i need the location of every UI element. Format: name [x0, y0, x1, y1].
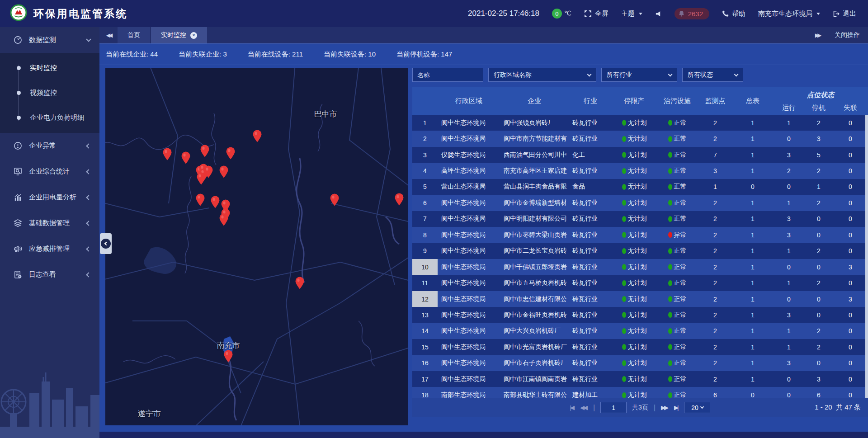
last-page-icon[interactable]: ▶|	[674, 404, 679, 411]
cell-run: 0	[773, 296, 805, 303]
fullscreen-button[interactable]: 全屏	[584, 9, 609, 18]
industry-filter-select[interactable]: 所有行业	[601, 68, 677, 82]
tab-home[interactable]: 首页	[118, 27, 150, 43]
table-row[interactable]: 18南部生态环境局南部县砒华土砖有限公建材加工无计划正常60060	[412, 387, 868, 398]
status-dot-icon	[668, 344, 672, 350]
map-pin-icon[interactable]	[252, 130, 262, 142]
col-lost: 失联	[833, 100, 868, 115]
table-row[interactable]: 10阆中生态环境局阆中千佛镇五郎垭页岩砖瓦行业无计划正常21003	[412, 259, 868, 275]
map-pin-icon[interactable]	[224, 350, 233, 363]
cell-index: 11	[412, 275, 438, 291]
sidebar-subitem[interactable]: 企业电力负荷明细	[0, 105, 99, 130]
map-pin-icon[interactable]	[181, 151, 191, 164]
map-pin-icon[interactable]	[219, 165, 228, 178]
close-tab-icon[interactable]: ✕	[190, 32, 197, 39]
map-pin-icon[interactable]	[394, 193, 404, 206]
page-size-select[interactable]: 20	[684, 402, 710, 413]
cell-lost: 0	[833, 119, 868, 127]
notification-badge[interactable]: 2632	[675, 8, 709, 19]
stat-item: 当前停机设备: 147	[396, 50, 452, 59]
map-collapse-button[interactable]	[100, 233, 112, 254]
org-dropdown[interactable]: 南充市生态环境局	[758, 9, 820, 18]
sidebar-item[interactable]: 日志查看	[0, 262, 99, 287]
brand: 环保用电监管系统	[10, 4, 127, 23]
prev-page-icon[interactable]: ◀◀	[580, 404, 588, 411]
map-pin-icon[interactable]	[219, 213, 228, 226]
first-page-icon[interactable]: |◀	[570, 404, 575, 411]
page-number-input[interactable]	[600, 402, 627, 413]
tabs-scroll-left-icon[interactable]: ◀◀	[99, 27, 118, 43]
cell-production-status: 无计划	[612, 311, 656, 319]
status-dot-icon	[622, 200, 626, 206]
stat-value: 44	[150, 50, 158, 58]
chevron-left-icon	[86, 195, 91, 200]
table-row[interactable]: 9阆中生态环境局阆中市二龙长宝页岩砖砖瓦行业无计划正常21120	[412, 243, 868, 259]
table-row[interactable]: 14阆中生态环境局阆中大兴页岩机砖厂砖瓦行业无计划正常21120	[412, 323, 868, 339]
table-row[interactable]: 11阆中生态环境局阆中市五马桥页岩机砖砖瓦行业无计划正常21120	[412, 275, 868, 291]
status-dot-icon	[622, 136, 626, 142]
cell-index: 13	[412, 307, 438, 323]
cell-total-meters: 1	[732, 231, 773, 239]
sidebar-subitem[interactable]: 视频监控	[0, 80, 99, 105]
sidebar-item[interactable]: 基础数据管理	[0, 210, 99, 236]
sidebar-item[interactable]: 数据监测	[0, 27, 99, 53]
status-dot-icon	[668, 280, 672, 286]
stat-label: 当前在线设备:	[248, 50, 290, 58]
map-pin-icon[interactable]	[195, 193, 205, 206]
table-row[interactable]: 15阆中生态环境局阆中市光富页岩机砖厂砖瓦行业无计划正常21120	[412, 339, 868, 355]
sidebar-item[interactable]: 企业综合统计	[0, 159, 99, 184]
map-pin-icon[interactable]	[295, 277, 305, 289]
table-row[interactable]: 4高坪生态环境局南充市高坪区王家店建砖瓦行业无计划正常31220	[412, 163, 868, 179]
table-row[interactable]: 16阆中生态环境局阆中市石子页岩机砖厂砖瓦行业无计划正常21300	[412, 355, 868, 371]
map-pin-icon[interactable]	[330, 193, 340, 206]
table-row[interactable]: 2阆中生态环境局阆中市南方节能建材有砖瓦行业无计划正常21030	[412, 131, 868, 146]
col-industry: 行业	[569, 87, 612, 115]
cell-stop: 2	[805, 327, 833, 334]
table-row[interactable]: 5营山生态环境局营山县润丰肉食品有限食品无计划正常10010	[412, 179, 868, 195]
close-operations-dropdown[interactable]: 关闭操作	[835, 31, 860, 39]
table-row[interactable]: 1阆中生态环境局阆中强锐页岩砖厂砖瓦行业无计划正常21120	[412, 115, 868, 131]
map-pin-icon[interactable]	[162, 148, 172, 160]
cell-facility-status: 正常	[656, 167, 698, 175]
table-row[interactable]: 12阆中生态环境局阆中市忠信建材有限公砖瓦行业无计划正常21003	[412, 291, 868, 307]
map-pin-icon[interactable]	[226, 147, 235, 160]
sidebar-item[interactable]: 企业异常	[0, 133, 99, 159]
help-button[interactable]: 帮助	[722, 9, 745, 18]
cell-lost: 0	[833, 231, 868, 239]
map-pin-icon[interactable]	[203, 165, 213, 178]
theme-dropdown[interactable]: 主题	[621, 9, 642, 18]
sidebar-item[interactable]: 企业用电量分析	[0, 184, 99, 210]
cell-stop: 3	[805, 135, 833, 142]
table-scrollbar[interactable]	[865, 115, 868, 398]
table-row[interactable]: 6阆中生态环境局阆中市金博瑞新型墙材砖瓦行业无计划正常21120	[412, 195, 868, 211]
status-filter-select[interactable]: 所有状态	[682, 68, 743, 82]
table-row[interactable]: 17阆中生态环境局阆中市江南镇阆南页岩砖瓦行业无计划正常21030	[412, 371, 868, 387]
map-canvas[interactable]: 巴中市南充市遂宁市	[105, 68, 408, 425]
cell-lost: 0	[833, 391, 868, 398]
table-row[interactable]: 8阆中生态环境局阆中市枣碧大梁山页岩砖瓦行业无计划异常21300	[412, 227, 868, 243]
cell-facility-status: 正常	[656, 199, 698, 207]
sound-button[interactable]	[655, 10, 662, 17]
table-row[interactable]: 7阆中生态环境局阆中明阳建材有限公司砖瓦行业无计划正常21300	[412, 211, 868, 227]
next-page-icon[interactable]: ▶▶	[661, 404, 669, 411]
region-filter-select[interactable]: 行政区域名称	[488, 68, 596, 82]
cell-lost: 0	[833, 135, 868, 142]
cell-index: 9	[412, 243, 438, 259]
tabs-scroll-right-icon[interactable]: ▶▶	[808, 32, 826, 38]
map-pin-icon[interactable]	[200, 145, 209, 157]
logout-button[interactable]: 退出	[833, 9, 856, 18]
chevron-down-icon	[639, 13, 642, 15]
cell-stop: 3	[805, 376, 833, 383]
cell-production-status: 无计划	[612, 119, 656, 127]
sidebar-item[interactable]: 应急减排管理	[0, 236, 99, 262]
cell-region: 仪陇生态环境局	[438, 151, 500, 159]
cell-region: 阆中生态环境局	[438, 231, 500, 239]
sidebar-subitem[interactable]: 实时监控	[0, 56, 99, 80]
tab-realtime-monitor[interactable]: 实时监控 ✕	[151, 27, 207, 43]
table-row[interactable]: 3仪陇生态环境局西南油气田分公司川中化工无计划正常71350	[412, 147, 868, 163]
col-facility: 治污设施	[656, 87, 698, 115]
table-row[interactable]: 13阆中生态环境局阆中市金福旺页岩机砖砖瓦行业无计划正常21300	[412, 307, 868, 323]
map-pin-icon[interactable]	[210, 196, 220, 208]
cell-lost: 3	[833, 264, 868, 271]
name-filter-input[interactable]	[412, 68, 483, 82]
